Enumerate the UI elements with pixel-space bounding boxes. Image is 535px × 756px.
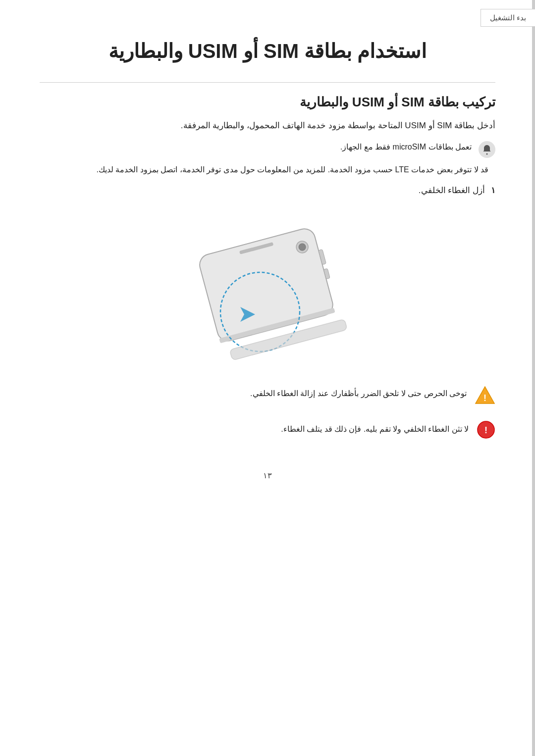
intro-text: أدخل بطاقة SIM أو USIM المتاحة بواسطة مز…: [40, 119, 495, 133]
page-content: استخدام بطاقة SIM أو USIM والبطارية تركي…: [0, 0, 535, 510]
bullet-text-1: تعمل بطاقات microSIM فقط مع الجهاز.: [340, 140, 472, 153]
section-title: تركيب بطاقة SIM أو USIM والبطارية: [40, 95, 495, 110]
bullet-item-1: تعمل بطاقات microSIM فقط مع الجهاز.: [40, 140, 495, 158]
notice-circle-icon: !: [477, 420, 495, 441]
step-1: ١ أزل الغطاء الخلفي.: [40, 185, 495, 196]
header-tab: بدء التشغيل: [481, 9, 535, 27]
phone-illustration: [40, 210, 495, 369]
bullet-item-2: قد لا تتوفر بعض خدمات LTE حسب مزود الخدم…: [40, 163, 495, 176]
page-number: ١٣: [40, 471, 495, 480]
divider: [40, 82, 495, 83]
phone-image: [163, 210, 372, 369]
svg-text:!: !: [484, 425, 487, 435]
svg-point-0: [486, 153, 488, 154]
warning-row: ! توخى الحرص حتى لا تلحق الضرر بأظفارك ع…: [40, 384, 495, 407]
notice-row: ! لا تثن الغطاء الخلفي ولا تقم بليه. فإن…: [40, 419, 495, 441]
warning-triangle-icon: !: [475, 385, 495, 407]
bullet-text-2: قد لا تتوفر بعض خدمات LTE حسب مزود الخدم…: [96, 163, 488, 176]
step-text: أزل الغطاء الخلفي.: [419, 185, 485, 196]
bell-icon: [479, 141, 495, 158]
step-number: ١: [491, 185, 495, 196]
warning-text: توخى الحرص حتى لا تلحق الضرر بأظفارك عند…: [250, 384, 467, 400]
notice-text: لا تثن الغطاء الخلفي ولا تقم بليه. فإن ذ…: [281, 419, 469, 436]
svg-text:!: !: [483, 393, 486, 403]
page-border: [532, 0, 535, 756]
main-title: استخدام بطاقة SIM أو USIM والبطارية: [40, 40, 495, 62]
